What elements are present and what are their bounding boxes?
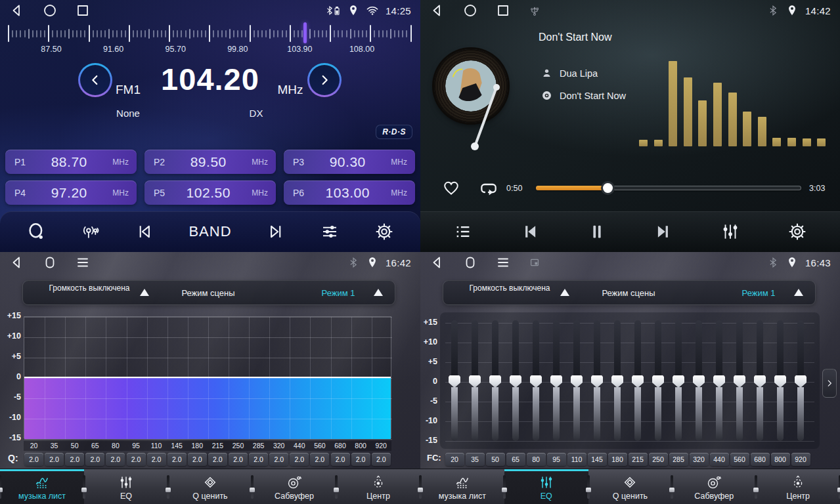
q-value-chip[interactable]: 2.0: [208, 453, 227, 466]
home-icon[interactable]: [462, 3, 478, 18]
slider-thumb[interactable]: [632, 375, 644, 388]
q-value-chip[interactable]: 2.0: [127, 453, 146, 466]
eq-band-slider-215[interactable]: [634, 320, 641, 441]
preset-button-p2[interactable]: P289.50MHz: [144, 150, 276, 174]
eq-band-slider-250[interactable]: [655, 320, 661, 441]
album-art-vinyl[interactable]: [434, 49, 508, 123]
slider-thumb[interactable]: [673, 375, 684, 388]
slider-thumb[interactable]: [489, 375, 501, 388]
slider-thumb[interactable]: [734, 375, 745, 388]
home-icon[interactable]: [462, 255, 478, 270]
scene-dropdown-arrow[interactable]: [794, 289, 803, 296]
slider-thumb[interactable]: [449, 375, 460, 388]
q-value-chip[interactable]: 2.0: [269, 453, 288, 466]
fc-value-chip[interactable]: 920: [791, 453, 810, 466]
fc-value-chip[interactable]: 20: [445, 453, 464, 466]
next-page-button[interactable]: [822, 369, 837, 398]
back-icon[interactable]: [9, 3, 25, 18]
home-icon[interactable]: [42, 3, 58, 18]
fc-value-chip[interactable]: 215: [629, 453, 648, 466]
eq-band-slider-560[interactable]: [736, 320, 743, 441]
tab-subwoofer[interactable]: Сабвуфер: [252, 469, 336, 504]
tab-music-list[interactable]: музыка лист: [420, 469, 504, 504]
fc-value-chip[interactable]: 65: [506, 453, 525, 466]
slider-thumb[interactable]: [550, 375, 562, 388]
volume-dropdown-arrow[interactable]: [140, 289, 149, 296]
eq-adjust-button[interactable]: [319, 220, 341, 243]
slider-thumb[interactable]: [469, 375, 481, 388]
preset-button-p4[interactable]: P497.20MHz: [5, 180, 137, 205]
slider-thumb[interactable]: [510, 375, 521, 388]
eq-band-slider-80[interactable]: [533, 320, 539, 441]
back-icon[interactable]: [9, 255, 25, 270]
next-station-button[interactable]: [265, 220, 287, 243]
fc-value-chip[interactable]: 80: [527, 453, 546, 466]
q-value-chip[interactable]: 2.0: [24, 453, 43, 466]
slider-thumb[interactable]: [652, 375, 664, 388]
scene-mode-value[interactable]: Режим 1: [305, 288, 371, 298]
back-icon[interactable]: [430, 255, 445, 270]
eq-band-slider-65[interactable]: [512, 320, 519, 441]
fc-value-chip[interactable]: 95: [547, 453, 566, 466]
pause-button[interactable]: [586, 220, 608, 243]
q-value-chip[interactable]: 2.0: [229, 453, 248, 466]
volume-dropdown-arrow[interactable]: [560, 289, 569, 296]
q-value-chip[interactable]: 2.0: [106, 453, 125, 466]
menu-icon[interactable]: [75, 255, 91, 270]
tab-center[interactable]: Центр: [336, 469, 420, 504]
fc-value-chip[interactable]: 180: [608, 453, 627, 466]
q-value-chip[interactable]: 2.0: [310, 453, 329, 466]
tab-eq[interactable]: EQ: [84, 469, 168, 504]
fc-value-chip[interactable]: 320: [690, 453, 709, 466]
q-value-chip[interactable]: 2.0: [85, 453, 104, 466]
slider-thumb[interactable]: [611, 375, 623, 388]
scene-dropdown-arrow[interactable]: [374, 289, 383, 296]
favorite-button[interactable]: [442, 178, 460, 197]
tab-music-list[interactable]: музыка лист: [0, 469, 84, 504]
q-value-chip[interactable]: 2.0: [249, 453, 268, 466]
tuner-dial[interactable]: 87.5091.6095.7099.80103.90108.00: [0, 22, 420, 55]
back-icon[interactable]: [430, 3, 445, 18]
q-value-chip[interactable]: 2.0: [167, 453, 187, 466]
tab-center[interactable]: Центр: [756, 469, 840, 504]
slider-thumb[interactable]: [754, 375, 766, 388]
broadcast-button[interactable]: [79, 220, 102, 243]
seek-bar[interactable]: [536, 186, 801, 190]
eq-band-slider-50[interactable]: [492, 320, 498, 441]
eq-band-slider-20[interactable]: [451, 320, 458, 441]
eq-band-slider-320[interactable]: [696, 320, 702, 441]
eq-adjust-button[interactable]: [719, 220, 741, 243]
eq-band-slider-110[interactable]: [573, 320, 580, 441]
preset-button-p3[interactable]: P390.30MHz: [284, 150, 415, 174]
q-value-chip[interactable]: 2.0: [290, 453, 309, 466]
q-value-chip[interactable]: 2.0: [372, 453, 391, 466]
fc-value-chip[interactable]: 800: [771, 453, 790, 466]
preset-button-p1[interactable]: P188.70MHz: [5, 150, 137, 174]
recents-icon[interactable]: [75, 3, 91, 18]
fc-value-chip[interactable]: 680: [751, 453, 770, 466]
eq-band-slider-145[interactable]: [594, 320, 600, 441]
eq-band-slider-440[interactable]: [716, 320, 722, 441]
eq-band-slider-800[interactable]: [777, 320, 784, 441]
band-button[interactable]: BAND: [187, 222, 232, 242]
fc-value-chip[interactable]: 35: [466, 453, 485, 466]
q-value-chip[interactable]: 2.0: [45, 453, 64, 466]
tab-subwoofer[interactable]: Сабвуфер: [672, 469, 756, 504]
eq-band-slider-95[interactable]: [553, 320, 560, 441]
tab-q-value[interactable]: Q ценить: [588, 469, 673, 504]
recents-icon[interactable]: [495, 3, 511, 18]
preset-button-p6[interactable]: P6103.00MHz: [284, 180, 415, 205]
seek-bar-thumb[interactable]: [603, 183, 613, 193]
fc-value-chip[interactable]: 560: [730, 453, 749, 466]
slider-thumb[interactable]: [774, 375, 786, 388]
eq-band-slider-285[interactable]: [675, 320, 682, 441]
fc-value-chip[interactable]: 145: [588, 453, 607, 466]
eq-band-slider-180[interactable]: [614, 320, 621, 441]
previous-track-button[interactable]: [519, 220, 541, 243]
tab-eq[interactable]: EQ: [504, 469, 588, 504]
settings-button[interactable]: [373, 220, 395, 243]
q-value-chip[interactable]: 2.0: [351, 453, 370, 466]
slider-thumb[interactable]: [571, 375, 583, 388]
tab-q-value[interactable]: Q ценить: [168, 469, 252, 504]
scene-mode-value[interactable]: Режим 1: [726, 288, 791, 298]
